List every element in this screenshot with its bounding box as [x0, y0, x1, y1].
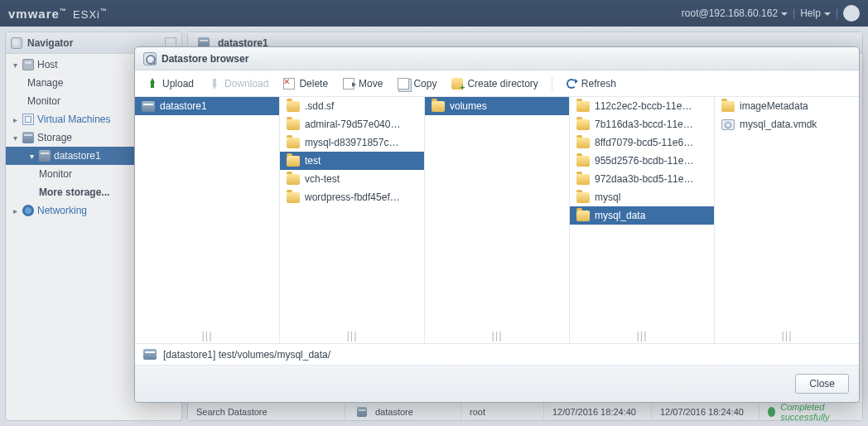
modal-footer: Close: [135, 365, 859, 402]
close-button[interactable]: Close: [795, 374, 849, 394]
refresh-button[interactable]: Refresh: [561, 75, 621, 92]
upload-icon: [147, 78, 158, 90]
toolbar-separator: [552, 76, 552, 91]
column-resize-handle[interactable]: |||: [425, 329, 569, 341]
folder-icon: [576, 138, 590, 148]
list-item[interactable]: mysql_data.vmdk: [715, 115, 859, 133]
disk-icon: [721, 119, 735, 130]
list-item[interactable]: vch-test: [280, 170, 424, 188]
folder-icon: [576, 101, 590, 112]
item-label: mysql-d83971857c…: [305, 137, 398, 148]
list-item[interactable]: test: [280, 152, 424, 170]
folder-icon: [287, 138, 300, 148]
item-label: admiral-79d57e040…: [305, 119, 400, 130]
list-item[interactable]: admiral-79d57e040…: [280, 115, 424, 133]
refresh-icon: [566, 78, 577, 90]
download-button: Download: [204, 75, 273, 92]
folder-icon: [576, 211, 590, 221]
item-label: wordpress-fbdf45ef…: [305, 191, 400, 203]
move-icon: [343, 78, 354, 90]
folder-icon: [576, 156, 590, 167]
folder-icon: [721, 101, 735, 112]
browser-column: .sdd.sfadmiral-79d57e040…mysql-d83971857…: [280, 97, 425, 343]
copy-button[interactable]: Copy: [393, 75, 441, 92]
item-label: test: [305, 155, 321, 167]
list-item[interactable]: 955d2576-bcdb-11e…: [570, 152, 714, 170]
item-label: 955d2576-bcdb-11e…: [595, 155, 693, 167]
ds-icon: [142, 101, 155, 112]
list-item[interactable]: mysql-d83971857c…: [280, 133, 424, 152]
list-item[interactable]: 8ffd7079-bcd5-11e6…: [570, 133, 714, 152]
item-label: 8ffd7079-bcd5-11e6…: [595, 137, 693, 148]
item-label: vch-test: [305, 173, 340, 185]
list-item[interactable]: imageMetadata: [715, 97, 859, 115]
path-bar: [datastore1] test/volumes/mysql_data/: [135, 344, 859, 365]
column-resize-handle[interactable]: |||: [280, 329, 424, 341]
download-icon: [209, 78, 220, 90]
folder-icon: [432, 101, 445, 112]
item-label: .sdd.sf: [305, 100, 334, 112]
folder-icon: [287, 119, 300, 130]
list-item[interactable]: mysql: [570, 188, 714, 206]
browser-column: datastore1|||: [135, 97, 280, 343]
delete-icon: [283, 78, 295, 90]
upload-button[interactable]: Upload: [142, 75, 199, 92]
browser-column: imageMetadatamysql_data.vmdk|||: [715, 97, 859, 343]
item-label: 7b116da3-bccd-11e…: [595, 119, 693, 130]
browser-column: 112c2ec2-bccb-11e…7b116da3-bccd-11e…8ffd…: [570, 97, 715, 343]
copy-icon: [398, 78, 409, 90]
column-resize-handle[interactable]: |||: [135, 329, 279, 341]
item-label: 972daa3b-bcd5-11e…: [595, 173, 693, 185]
create-directory-button[interactable]: Create directory: [446, 75, 542, 92]
list-item[interactable]: volumes: [425, 97, 569, 115]
list-item[interactable]: wordpress-fbdf45ef…: [280, 188, 424, 206]
datastore-icon: [143, 349, 157, 360]
modal-toolbar: Upload Download Delete Move Copy Create …: [135, 70, 859, 97]
modal-title-text: Datastore browser: [162, 53, 248, 65]
item-label: volumes: [450, 100, 487, 112]
list-item[interactable]: .sdd.sf: [280, 97, 424, 115]
item-label: mysql: [595, 191, 620, 203]
datastore-browser-modal: Datastore browser Upload Download Delete…: [134, 46, 860, 403]
new-folder-icon: [451, 78, 463, 90]
folder-icon: [287, 174, 300, 185]
list-item[interactable]: 7b116da3-bccd-11e…: [570, 115, 714, 133]
item-label: datastore1: [160, 100, 207, 112]
folder-icon: [287, 156, 300, 167]
item-label: mysql_data.vmdk: [740, 119, 817, 130]
list-item[interactable]: 112c2ec2-bccb-11e…: [570, 97, 714, 115]
folder-icon: [576, 192, 590, 203]
list-item[interactable]: 972daa3b-bcd5-11e…: [570, 170, 714, 188]
item-label: imageMetadata: [740, 100, 808, 112]
folder-icon: [287, 192, 300, 203]
folder-icon: [576, 174, 590, 185]
item-label: 112c2ec2-bccb-11e…: [595, 100, 692, 112]
path-text: [datastore1] test/volumes/mysql_data/: [163, 349, 330, 361]
folder-icon: [576, 119, 590, 130]
list-item[interactable]: datastore1: [135, 97, 279, 115]
browser-column: volumes|||: [425, 97, 570, 343]
item-label: mysql_data: [595, 210, 645, 221]
column-resize-handle[interactable]: |||: [715, 329, 859, 341]
list-item[interactable]: mysql_data: [570, 206, 714, 225]
search-icon: [143, 52, 157, 65]
column-browser: datastore1|||.sdd.sfadmiral-79d57e040…my…: [135, 97, 859, 344]
move-button[interactable]: Move: [338, 75, 388, 92]
column-resize-handle[interactable]: |||: [570, 329, 714, 341]
folder-icon: [287, 101, 300, 112]
delete-button[interactable]: Delete: [278, 75, 333, 92]
modal-titlebar[interactable]: Datastore browser: [135, 47, 859, 70]
